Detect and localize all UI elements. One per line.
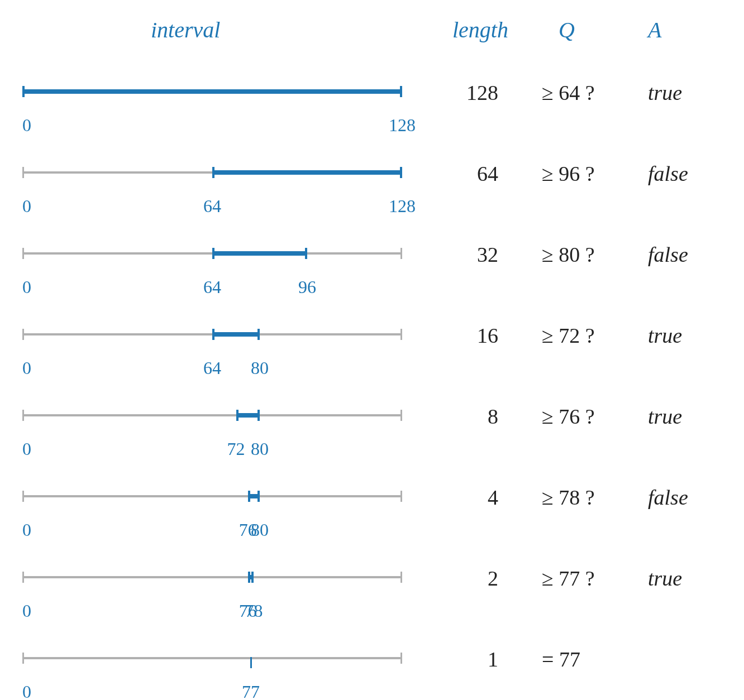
question-value: ≥ 80 ? [542,242,595,267]
length-value: 16 [442,323,498,348]
tick-label: 0 [22,358,31,378]
length-value: 64 [442,161,498,186]
answer-value: false [648,485,688,510]
number-line: 0128 [22,89,402,94]
active-interval [22,89,402,94]
answer-value: true [648,566,682,591]
tick-label: 64 [203,196,221,217]
question-value: ≥ 72 ? [542,323,595,348]
tick-label: 0 [22,439,31,459]
interval-row: 06412864≥ 96 ?false [22,154,722,234]
tick-label: 128 [389,196,416,217]
tick-label: 0 [22,196,31,217]
answer-value: false [648,242,688,267]
tick-label: 72 [227,439,245,459]
number-line: 077 [22,656,402,660]
number-line: 064128 [22,170,402,175]
tick-label: 96 [298,277,316,298]
tick-label: 128 [389,115,416,136]
rows: 0128128≥ 64 ?true06412864≥ 96 ?false0649… [22,73,722,700]
range-grey [22,657,402,659]
active-interval [248,575,254,579]
question-value: ≥ 64 ? [542,80,595,105]
interval-row: 0648016≥ 72 ?true [22,315,722,396]
header-a: A [648,17,661,43]
interval-row: 0128128≥ 64 ?true [22,73,722,154]
question-value: = 77 [542,647,580,672]
interval-row: 072808≥ 76 ?true [22,396,722,477]
active-interval [212,251,307,256]
answer-value: true [648,80,682,105]
length-value: 128 [442,80,498,105]
number-line: 07678 [22,575,402,579]
length-value: 2 [442,566,498,591]
header-length: length [452,17,508,43]
active-interval [248,494,260,498]
question-value: ≥ 77 ? [542,566,595,591]
tick-label: 64 [203,277,221,298]
tick-label: 0 [22,601,31,621]
number-line: 06480 [22,332,402,337]
question-value: ≥ 78 ? [542,485,595,510]
tick-label: 0 [22,520,31,540]
active-interval [212,332,260,337]
answer-value: true [648,404,682,429]
header-q: Q [559,17,575,43]
tick-label: 78 [245,601,263,621]
length-value: 4 [442,485,498,510]
active-interval [212,170,402,175]
tick-label: 80 [251,439,269,459]
range-grey [22,414,402,416]
number-line: 07680 [22,494,402,498]
length-value: 1 [442,647,498,672]
tick-label: 0 [22,277,31,298]
answer-value: true [648,323,682,348]
interval-row: 0771= 77 [22,639,722,700]
number-line: 06496 [22,251,402,256]
tick-label: 0 [22,115,31,136]
range-grey [22,576,402,578]
interval-row: 076804≥ 78 ?false [22,477,722,558]
tick-label: 80 [251,358,269,378]
final-mark [250,657,252,668]
tick-label: 80 [251,520,269,540]
column-headers: interval length Q A [22,17,722,56]
range-grey [22,495,402,497]
interval-row: 0649632≥ 80 ?false [22,234,722,315]
interval-row: 076782≥ 77 ?true [22,558,722,639]
length-value: 8 [442,404,498,429]
tick-label: 77 [242,682,260,700]
header-interval: interval [151,17,220,43]
diagram: interval length Q A 0128128≥ 64 ?true064… [22,17,722,700]
question-value: ≥ 96 ? [542,161,595,186]
question-value: ≥ 76 ? [542,404,595,429]
answer-value: false [648,161,688,186]
active-interval [236,413,260,418]
length-value: 32 [442,242,498,267]
number-line: 07280 [22,413,402,418]
tick-label: 0 [22,682,31,700]
tick-label: 64 [203,358,221,378]
